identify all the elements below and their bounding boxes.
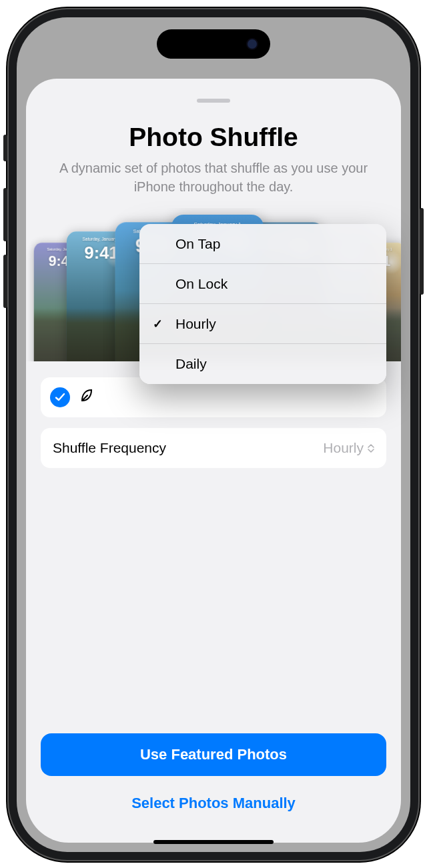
selected-chip-checkmark-icon[interactable] [50, 387, 70, 407]
sheet-grabber[interactable] [197, 99, 230, 103]
up-down-chevron-icon [368, 444, 374, 453]
volume-down-button [3, 255, 7, 308]
shuffle-frequency-row[interactable]: Shuffle Frequency Hourly [41, 428, 386, 468]
page-subtitle: A dynamic set of photos that shuffle as … [26, 159, 401, 196]
nature-category-icon[interactable] [78, 387, 94, 407]
shuffle-frequency-label: Shuffle Frequency [53, 440, 166, 456]
checkmark-icon: ✓ [153, 317, 163, 331]
silence-switch [3, 135, 7, 161]
volume-up-button [3, 188, 7, 241]
shuffle-frequency-value[interactable]: Hourly [323, 440, 374, 456]
frequency-popup-menu: On Tap On Lock ✓ Hourly Daily [139, 224, 386, 384]
home-indicator[interactable] [153, 840, 274, 844]
dynamic-island [157, 29, 270, 59]
frequency-option-daily[interactable]: Daily [139, 344, 386, 384]
frequency-option-hourly[interactable]: ✓ Hourly [139, 304, 386, 344]
front-camera-icon [246, 38, 258, 50]
side-button [420, 208, 424, 295]
bottom-actions: Use Featured Photos Select Photos Manual… [26, 733, 401, 843]
phone-frame: Photo Shuffle A dynamic set of photos th… [7, 8, 420, 861]
photo-shuffle-sheet: Photo Shuffle A dynamic set of photos th… [26, 79, 401, 843]
frequency-option-on-lock[interactable]: On Lock [139, 264, 386, 304]
frequency-option-on-tap[interactable]: On Tap [139, 224, 386, 264]
phone-screen: Photo Shuffle A dynamic set of photos th… [17, 17, 410, 852]
use-featured-photos-button[interactable]: Use Featured Photos [41, 733, 386, 776]
select-photos-manually-button[interactable]: Select Photos Manually [41, 789, 386, 824]
page-title: Photo Shuffle [26, 123, 401, 152]
